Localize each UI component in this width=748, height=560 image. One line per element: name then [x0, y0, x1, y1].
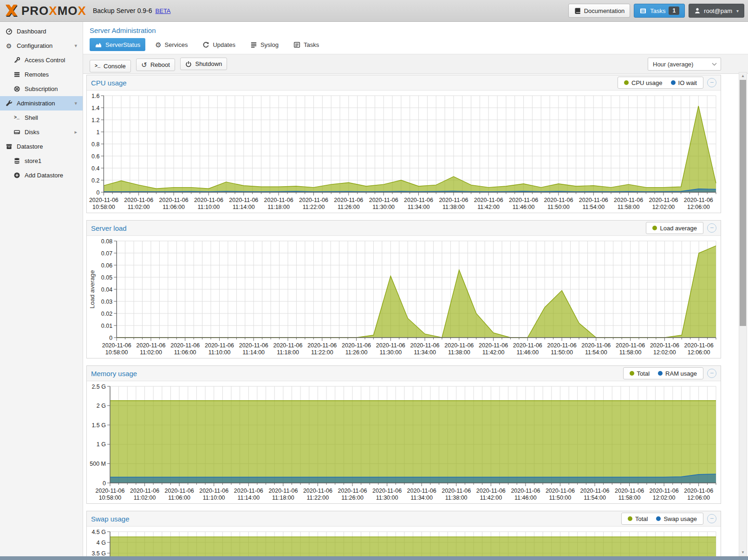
- cpu-usage-panel: CPU usage CPU usage IO wait − 00.20.40.6…: [86, 75, 721, 213]
- tab-services[interactable]: ⚙ Services: [150, 38, 193, 51]
- sidebar-item-configuration[interactable]: ⚙ Configuration ▾: [0, 39, 83, 53]
- tasks-button[interactable]: Tasks 1: [634, 4, 685, 18]
- chevron-down-icon[interactable]: ▾: [74, 100, 77, 106]
- svg-text:2020-11-06: 2020-11-06: [268, 488, 298, 494]
- user-menu-button[interactable]: root@pam ▾: [689, 4, 744, 18]
- legend-item[interactable]: Total: [625, 370, 654, 377]
- sidebar-item-remotes[interactable]: Remotes: [0, 67, 83, 82]
- legend-item[interactable]: Total: [624, 515, 652, 522]
- svg-text:11:54:00: 11:54:00: [584, 495, 606, 501]
- svg-text:12:02:00: 12:02:00: [653, 495, 676, 501]
- chevron-down-icon[interactable]: ▾: [74, 43, 77, 49]
- task-list-icon: [639, 7, 647, 14]
- sidebar-item-subscription[interactable]: Subscription: [0, 82, 83, 96]
- vertical-scrollbar[interactable]: ▲ ▼: [739, 72, 747, 556]
- legend-item[interactable]: Swap usage: [652, 515, 701, 522]
- svg-text:11:38:00: 11:38:00: [442, 204, 465, 210]
- server-load-panel: Server load Load average − 00.010.020.03…: [86, 220, 721, 358]
- legend-item[interactable]: IO wait: [667, 79, 701, 86]
- tasks-count-badge: 1: [669, 7, 679, 15]
- svg-text:2020-11-06: 2020-11-06: [159, 197, 189, 203]
- main-content: Server Administration ServerStatus ⚙ Ser…: [83, 22, 748, 556]
- swap-usage-panel: Swap usage Total Swap usage − 0500 M1 G1…: [86, 511, 721, 556]
- svg-text:2020-11-06: 2020-11-06: [264, 197, 293, 203]
- legend-item[interactable]: Load average: [648, 225, 701, 232]
- terminal-icon: >_: [13, 115, 21, 120]
- chevron-down-icon: [712, 63, 717, 66]
- chart-legend: Total Swap usage: [621, 513, 703, 525]
- panel-title: Swap usage: [91, 515, 130, 523]
- svg-text:2020-11-06: 2020-11-06: [650, 342, 679, 349]
- sidebar-item-store1[interactable]: store1: [0, 154, 83, 168]
- svg-text:2020-11-06: 2020-11-06: [474, 197, 503, 203]
- chevron-right-icon[interactable]: ▸: [74, 129, 77, 135]
- reboot-button[interactable]: ↺ Reboot: [136, 59, 175, 71]
- panel-title: Server load: [91, 224, 127, 232]
- scrollbar-thumb[interactable]: [740, 80, 746, 326]
- svg-text:2020-11-06: 2020-11-06: [194, 197, 223, 203]
- key-icon: [13, 57, 21, 64]
- svg-text:2020-11-06: 2020-11-06: [273, 342, 302, 349]
- svg-text:11:38:00: 11:38:00: [445, 495, 468, 501]
- svg-text:2.5 G: 2.5 G: [91, 384, 106, 390]
- svg-text:1: 1: [96, 129, 99, 136]
- collapse-icon[interactable]: −: [707, 369, 716, 378]
- memory-usage-panel: Memory usage Total RAM usage − 0500 M1 G…: [86, 365, 721, 504]
- tab-tasks[interactable]: Tasks: [288, 38, 324, 51]
- shutdown-button[interactable]: Shutdown: [180, 58, 227, 70]
- collapse-icon[interactable]: −: [707, 78, 716, 87]
- tab-syslog[interactable]: Syslog: [245, 38, 284, 51]
- life-ring-icon: [13, 85, 21, 92]
- legend-item[interactable]: CPU usage: [620, 79, 666, 86]
- svg-text:11:50:00: 11:50:00: [549, 495, 572, 501]
- svg-text:11:22:00: 11:22:00: [307, 495, 329, 501]
- legend-item[interactable]: RAM usage: [654, 370, 701, 377]
- sidebar-item-shell[interactable]: >_ Shell: [0, 111, 83, 125]
- database-icon: [13, 157, 21, 164]
- svg-text:11:02:00: 11:02:00: [140, 349, 162, 356]
- svg-text:1.4: 1.4: [91, 105, 99, 111]
- svg-text:2020-11-06: 2020-11-06: [649, 197, 678, 203]
- sidebar-item-datastore[interactable]: Datastore: [0, 139, 83, 154]
- svg-text:11:42:00: 11:42:00: [482, 349, 505, 356]
- series-color-dot: [624, 80, 629, 85]
- sidebar-item-administration[interactable]: Administration ▾: [0, 96, 83, 111]
- sidebar-item-access-control[interactable]: Access Control: [0, 53, 83, 67]
- svg-text:0.02: 0.02: [101, 311, 112, 317]
- collapse-icon[interactable]: −: [707, 514, 716, 523]
- svg-text:2020-11-06: 2020-11-06: [303, 488, 332, 494]
- svg-text:2020-11-06: 2020-11-06: [511, 488, 540, 494]
- svg-text:0.03: 0.03: [101, 299, 112, 305]
- task-list-icon: [293, 41, 300, 48]
- documentation-button[interactable]: Documentation: [568, 4, 630, 18]
- scroll-up-icon[interactable]: ▲: [739, 74, 747, 78]
- sidebar-item-add-datastore[interactable]: Add Datastore: [0, 168, 83, 182]
- svg-text:2020-11-06: 2020-11-06: [234, 488, 263, 494]
- series-color-dot: [656, 516, 661, 521]
- logo-wordmark: PROXMOX: [21, 4, 86, 18]
- tab-serverstatus[interactable]: ServerStatus: [90, 38, 145, 51]
- sidebar-item-disks[interactable]: Disks ▸: [0, 125, 83, 139]
- console-button[interactable]: >_ Console: [90, 60, 131, 72]
- svg-text:11:10:00: 11:10:00: [203, 495, 225, 501]
- svg-text:11:30:00: 11:30:00: [376, 495, 398, 501]
- svg-text:2020-11-06: 2020-11-06: [410, 342, 439, 349]
- series-color-dot: [628, 516, 632, 521]
- tab-updates[interactable]: Updates: [197, 38, 240, 51]
- svg-text:11:58:00: 11:58:00: [618, 204, 640, 210]
- svg-text:11:06:00: 11:06:00: [168, 495, 190, 501]
- series-color-dot: [630, 371, 634, 376]
- svg-text:11:34:00: 11:34:00: [414, 349, 436, 356]
- timeframe-select[interactable]: Hour (average): [648, 58, 721, 71]
- scroll-down-icon[interactable]: ▼: [739, 550, 747, 554]
- svg-text:2020-11-06: 2020-11-06: [369, 197, 398, 203]
- panel-header: Memory usage Total RAM usage −: [87, 366, 721, 381]
- series-color-dot: [671, 80, 676, 85]
- svg-text:12:02:00: 12:02:00: [652, 204, 675, 210]
- svg-text:12:02:00: 12:02:00: [653, 349, 676, 356]
- svg-text:2020-11-06: 2020-11-06: [616, 342, 645, 349]
- beta-link[interactable]: BETA: [156, 7, 171, 14]
- sidebar-item-dashboard[interactable]: Dashboard: [0, 24, 83, 39]
- collapse-icon[interactable]: −: [707, 223, 716, 233]
- sidebar-nav: Dashboard ⚙ Configuration ▾ Access Contr…: [0, 22, 83, 556]
